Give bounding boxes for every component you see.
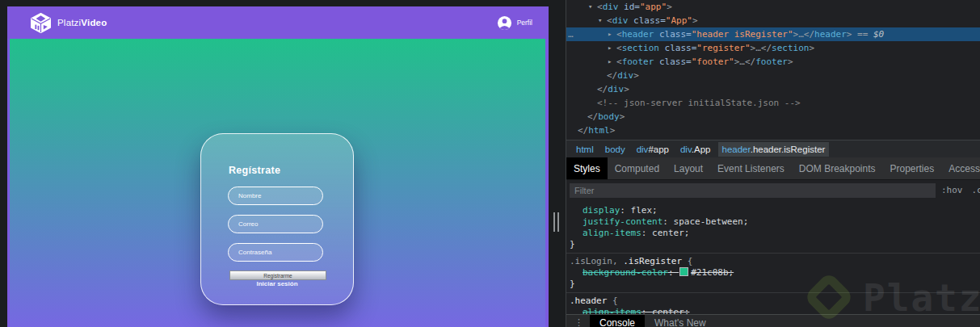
code-segment: header — [814, 29, 847, 40]
password-input[interactable] — [228, 243, 323, 262]
code-segment: section — [622, 43, 659, 53]
code-segment: … — [739, 57, 745, 67]
code-segment: : — [668, 267, 679, 278]
breadcrumb-item[interactable]: div#app — [633, 142, 673, 157]
expand-arrow-icon[interactable]: ▾ — [588, 0, 592, 14]
dom-node-row[interactable]: ▾<div id="app"> — [566, 0, 980, 14]
breadcrumb-tag: body — [605, 145, 625, 154]
tab-properties[interactable]: Properties — [883, 157, 942, 179]
email-input[interactable] — [228, 215, 323, 233]
breadcrumb: htmlbodydiv#appdiv.Appheader.header.isRe… — [566, 140, 980, 157]
code-segment: section — [772, 43, 809, 53]
css-declaration[interactable]: .isLogin, .isRegister { — [566, 256, 980, 267]
css-declaration[interactable]: align-items: center; — [566, 228, 980, 239]
code-segment: > — [624, 84, 629, 94]
pseudo-class-toggles: :hov.cls — [941, 183, 980, 198]
code-segment: "App" — [666, 15, 692, 26]
dom-node-row[interactable]: …▸<header class="header isRegister">…</h… — [566, 27, 980, 41]
css-declaration[interactable]: } — [566, 239, 980, 250]
expand-arrow-icon[interactable]: ▸ — [608, 55, 612, 69]
expand-arrow-icon[interactable]: ▸ — [608, 27, 612, 41]
dom-node-row[interactable]: </html> — [566, 124, 980, 137]
code-segment: : — [620, 205, 630, 216]
site-logo[interactable]: PlatziVideo — [30, 13, 107, 33]
register-button[interactable]: Registrarme — [229, 270, 326, 280]
breadcrumb-item[interactable]: body — [601, 142, 629, 157]
drawer-tab-console[interactable]: Console — [590, 315, 645, 327]
breadcrumb-suffix: #app — [648, 145, 669, 154]
code-segment: #21c08b; — [691, 267, 734, 278]
code-segment: center; — [652, 307, 689, 314]
code-segment: .isRegister — [623, 256, 682, 266]
toggle-cls[interactable]: .cls — [972, 183, 980, 198]
css-declaration[interactable]: justify-content: space-between; — [566, 216, 980, 228]
dom-node-row[interactable]: <!-- json-server initialState.json --> — [566, 96, 980, 110]
css-declaration[interactable]: background-color: #21c08b; — [566, 267, 980, 279]
breadcrumb-suffix: .App — [692, 145, 711, 154]
css-declaration[interactable]: .header { — [566, 296, 980, 307]
elements-tree: ▾<div id="app">▾<div class="App">…▸<head… — [566, 0, 980, 140]
code-segment: $0 — [873, 29, 884, 40]
code-segment: footer — [755, 57, 788, 67]
code-segment: </ — [597, 84, 608, 94]
css-declaration[interactable]: } — [566, 279, 980, 290]
code-segment: body — [598, 111, 620, 122]
code-segment: < — [616, 43, 622, 53]
css-declaration[interactable]: display: flex; — [566, 205, 980, 216]
dom-node-row[interactable]: ▸<section class="register">…</section> — [566, 41, 980, 55]
code-segment: .isLogin, — [570, 256, 618, 266]
tab-layout[interactable]: Layout — [667, 157, 710, 179]
dom-node-row[interactable]: </div> — [566, 82, 980, 96]
kebab-menu-icon[interactable]: ⋮ — [566, 315, 590, 327]
register-section: Regístrate Registrarme Iniciar sesión — [10, 39, 545, 327]
logo-text: PlatziVideo — [57, 18, 107, 27]
code-segment: justify-content — [583, 216, 662, 227]
devtools-resizer[interactable] — [549, 0, 566, 327]
devtools-panel: ▾<div id="app">▾<div class="App">…▸<head… — [566, 0, 980, 327]
code-segment: align-items — [583, 228, 641, 238]
code-segment: </ — [587, 111, 598, 122]
breadcrumb-item[interactable]: header.header.isRegister — [718, 142, 830, 157]
profile-menu[interactable]: Perfil — [497, 15, 532, 31]
logo-text-regular: Platzi — [57, 18, 81, 27]
toggle-hov[interactable]: :hov — [941, 183, 963, 198]
code-segment: div — [608, 84, 624, 94]
dom-node-row[interactable]: ▾<div class="App"> — [566, 14, 980, 27]
code-segment: < — [616, 57, 622, 67]
css-declaration[interactable]: align-items: center; — [566, 307, 980, 314]
expand-arrow-icon[interactable]: ▾ — [598, 14, 602, 27]
platzi-video-cube-icon — [30, 13, 52, 33]
filter-input[interactable]: Filter — [570, 183, 936, 198]
code-segment: : — [641, 228, 652, 238]
code-segment: < — [607, 15, 612, 26]
code-segment: .header — [570, 296, 607, 306]
css-rule: .isLogin, .isRegister {background-color:… — [566, 254, 980, 293]
profile-label: Perfil — [517, 19, 532, 27]
expand-arrow-icon[interactable]: ▸ — [608, 41, 612, 55]
dom-node-row[interactable]: </body> — [566, 110, 980, 124]
code-segment: "header isRegister" — [692, 29, 793, 40]
name-input[interactable] — [228, 187, 323, 205]
row-overflow-icon[interactable]: … — [568, 27, 574, 41]
tab-event-listeners[interactable]: Event Listeners — [710, 157, 792, 179]
code-segment: background-color — [583, 267, 668, 278]
tab-dom-breakpoints[interactable]: DOM Breakpoints — [792, 157, 883, 179]
tab-accessibility[interactable]: Accessibility — [941, 157, 980, 179]
login-link[interactable]: Iniciar sesión — [201, 280, 353, 287]
tab-computed[interactable]: Computed — [608, 157, 667, 179]
breadcrumb-item[interactable]: div.App — [676, 142, 715, 157]
resizer-grip-icon — [553, 212, 559, 232]
dom-node-row[interactable]: </div> — [566, 69, 980, 82]
code-segment: > — [633, 70, 639, 81]
tab-styles[interactable]: Styles — [566, 157, 608, 179]
code-segment: footer — [622, 57, 654, 67]
code-segment: class= — [654, 57, 691, 67]
code-segment: > — [620, 111, 625, 122]
code-segment: … — [755, 43, 761, 53]
code-segment: { — [682, 256, 692, 266]
drawer-tab-what-s-new[interactable]: What's New — [645, 315, 716, 327]
breadcrumb-item[interactable]: html — [572, 142, 598, 157]
dom-node-row[interactable]: ▸<footer class="footer">…</footer> — [566, 55, 980, 69]
breadcrumb-tag: html — [576, 145, 594, 154]
code-segment: "app" — [640, 2, 667, 12]
